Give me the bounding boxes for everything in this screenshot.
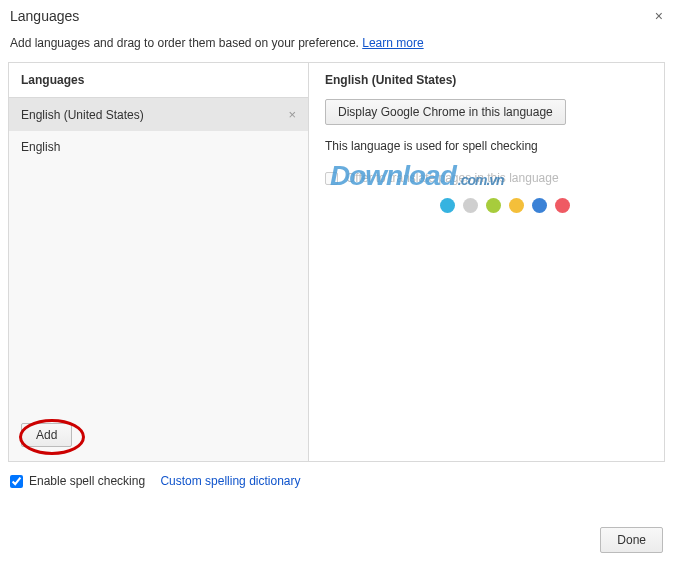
spell-check-note: This language is used for spell checking [325,139,648,153]
remove-language-icon[interactable]: × [288,107,296,122]
add-language-button[interactable]: Add [21,423,72,447]
languages-list-pane: Languages English (United States) × Engl… [9,63,309,461]
selected-language-header: English (United States) [325,73,648,87]
offer-translate-label: Offer to translate pages in this languag… [346,171,559,185]
languages-list: English (United States) × English [9,98,308,413]
language-detail-pane: English (United States) Display Google C… [309,63,664,461]
offer-translate-checkbox [325,172,338,185]
language-item[interactable]: English [9,131,308,163]
enable-spell-label: Enable spell checking [29,474,145,488]
display-chrome-button[interactable]: Display Google Chrome in this language [325,99,566,125]
dialog-subtitle: Add languages and drag to order them bas… [10,36,665,50]
languages-panel: Languages English (United States) × Engl… [8,62,665,462]
languages-list-header: Languages [9,63,308,98]
enable-spell-checkbox[interactable] [10,475,23,488]
dialog-title: Languages [10,8,665,24]
done-button[interactable]: Done [600,527,663,553]
language-item[interactable]: English (United States) × [9,98,308,131]
learn-more-link[interactable]: Learn more [362,36,423,50]
close-icon[interactable]: × [655,8,663,24]
custom-dictionary-link[interactable]: Custom spelling dictionary [160,474,300,488]
language-item-label: English [21,140,60,154]
language-item-label: English (United States) [21,108,144,122]
offer-translate-row: Offer to translate pages in this languag… [325,171,648,185]
subtitle-text: Add languages and drag to order them bas… [10,36,362,50]
footer-row: Enable spell checking Custom spelling di… [10,474,665,488]
